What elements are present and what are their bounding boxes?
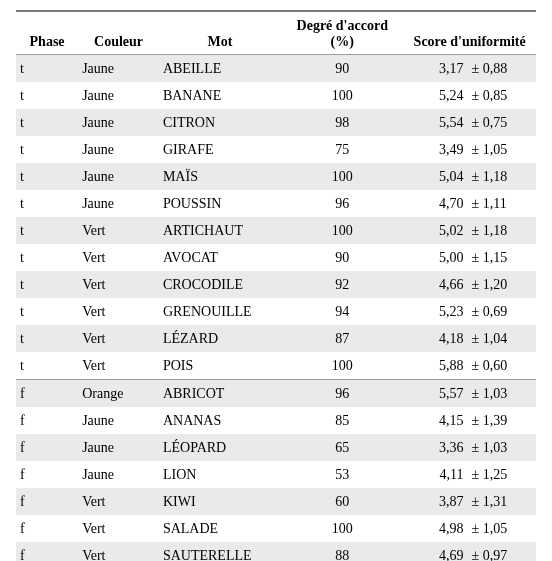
cell-score: 5,23 <box>403 298 465 325</box>
table-row: fVertKIWI603,87± 1,31 <box>16 488 536 515</box>
table-row: tVertAVOCAT905,00± 1,15 <box>16 244 536 271</box>
cell-degree: 98 <box>281 109 403 136</box>
cell-mot: SALADE <box>159 515 281 542</box>
cell-phase: t <box>16 55 78 83</box>
cell-pm: ± 1,15 <box>466 244 537 271</box>
cell-phase: f <box>16 407 78 434</box>
table-row: fJauneANANAS854,15± 1,39 <box>16 407 536 434</box>
table-row: tVertPOIS1005,88± 0,60 <box>16 352 536 380</box>
cell-mot: ABRICOT <box>159 380 281 408</box>
cell-score: 3,87 <box>403 488 465 515</box>
cell-color: Jaune <box>78 434 159 461</box>
cell-pm: ± 1,18 <box>466 217 537 244</box>
cell-mot: LÉOPARD <box>159 434 281 461</box>
cell-color: Jaune <box>78 109 159 136</box>
cell-degree: 75 <box>281 136 403 163</box>
cell-mot: POUSSIN <box>159 190 281 217</box>
cell-pm: ± 1,03 <box>466 434 537 461</box>
table-row: tJauneCITRON985,54± 0,75 <box>16 109 536 136</box>
col-header-mot: Mot <box>159 11 281 55</box>
cell-degree: 100 <box>281 515 403 542</box>
table-row: tVertGRENOUILLE945,23± 0,69 <box>16 298 536 325</box>
cell-degree: 100 <box>281 82 403 109</box>
table-row: fJauneLION534,11± 1,25 <box>16 461 536 488</box>
cell-score: 5,88 <box>403 352 465 380</box>
table-row: tJauneABEILLE903,17± 0,88 <box>16 55 536 83</box>
table-row: tJauneGIRAFE753,49± 1,05 <box>16 136 536 163</box>
cell-pm: ± 0,97 <box>466 542 537 561</box>
cell-degree: 60 <box>281 488 403 515</box>
cell-pm: ± 0,85 <box>466 82 537 109</box>
cell-degree: 92 <box>281 271 403 298</box>
cell-mot: CITRON <box>159 109 281 136</box>
cell-mot: LION <box>159 461 281 488</box>
cell-score: 3,17 <box>403 55 465 83</box>
table-row: tVertLÉZARD874,18± 1,04 <box>16 325 536 352</box>
cell-mot: ABEILLE <box>159 55 281 83</box>
cell-score: 4,70 <box>403 190 465 217</box>
cell-color: Jaune <box>78 82 159 109</box>
cell-mot: GRENOUILLE <box>159 298 281 325</box>
cell-score: 3,49 <box>403 136 465 163</box>
cell-degree: 94 <box>281 298 403 325</box>
table-row: tVertCROCODILE924,66± 1,20 <box>16 271 536 298</box>
cell-mot: SAUTERELLE <box>159 542 281 561</box>
cell-color: Vert <box>78 244 159 271</box>
cell-pm: ± 1,04 <box>466 325 537 352</box>
cell-degree: 53 <box>281 461 403 488</box>
cell-mot: GIRAFE <box>159 136 281 163</box>
cell-pm: ± 1,20 <box>466 271 537 298</box>
cell-score: 4,66 <box>403 271 465 298</box>
col-header-phase: Phase <box>16 11 78 55</box>
cell-color: Vert <box>78 488 159 515</box>
table-row: fVertSALADE1004,98± 1,05 <box>16 515 536 542</box>
cell-phase: t <box>16 163 78 190</box>
cell-pm: ± 0,60 <box>466 352 537 380</box>
cell-pm: ± 1,05 <box>466 515 537 542</box>
cell-color: Jaune <box>78 407 159 434</box>
cell-score: 5,04 <box>403 163 465 190</box>
cell-color: Vert <box>78 325 159 352</box>
data-table: Phase Couleur Mot Degré d'accord (%) Sco… <box>16 10 536 561</box>
table-header-row: Phase Couleur Mot Degré d'accord (%) Sco… <box>16 11 536 55</box>
cell-mot: ANANAS <box>159 407 281 434</box>
cell-degree: 85 <box>281 407 403 434</box>
cell-phase: t <box>16 298 78 325</box>
cell-phase: t <box>16 82 78 109</box>
cell-pm: ± 1,31 <box>466 488 537 515</box>
cell-color: Vert <box>78 352 159 380</box>
table-body: tJauneABEILLE903,17± 0,88tJauneBANANE100… <box>16 55 536 562</box>
cell-pm: ± 1,25 <box>466 461 537 488</box>
cell-phase: t <box>16 217 78 244</box>
cell-pm: ± 1,39 <box>466 407 537 434</box>
cell-pm: ± 1,03 <box>466 380 537 408</box>
cell-phase: t <box>16 109 78 136</box>
col-header-degree: Degré d'accord (%) <box>281 11 403 55</box>
cell-degree: 65 <box>281 434 403 461</box>
table-row: tJauneMAÏS1005,04± 1,18 <box>16 163 536 190</box>
cell-degree: 90 <box>281 244 403 271</box>
cell-mot: KIWI <box>159 488 281 515</box>
cell-phase: t <box>16 352 78 380</box>
col-header-color: Couleur <box>78 11 159 55</box>
cell-mot: BANANE <box>159 82 281 109</box>
col-header-score: Score d'uniformité <box>403 11 536 55</box>
cell-pm: ± 1,18 <box>466 163 537 190</box>
table-row: tVertARTICHAUT1005,02± 1,18 <box>16 217 536 244</box>
cell-mot: MAÏS <box>159 163 281 190</box>
cell-score: 4,18 <box>403 325 465 352</box>
cell-color: Jaune <box>78 163 159 190</box>
cell-phase: t <box>16 325 78 352</box>
table-container: Phase Couleur Mot Degré d'accord (%) Sco… <box>0 0 552 561</box>
cell-color: Vert <box>78 271 159 298</box>
cell-phase: f <box>16 434 78 461</box>
cell-mot: CROCODILE <box>159 271 281 298</box>
cell-phase: t <box>16 136 78 163</box>
cell-mot: POIS <box>159 352 281 380</box>
cell-degree: 100 <box>281 352 403 380</box>
cell-pm: ± 0,69 <box>466 298 537 325</box>
cell-score: 3,36 <box>403 434 465 461</box>
cell-score: 5,00 <box>403 244 465 271</box>
cell-color: Jaune <box>78 136 159 163</box>
cell-color: Vert <box>78 217 159 244</box>
